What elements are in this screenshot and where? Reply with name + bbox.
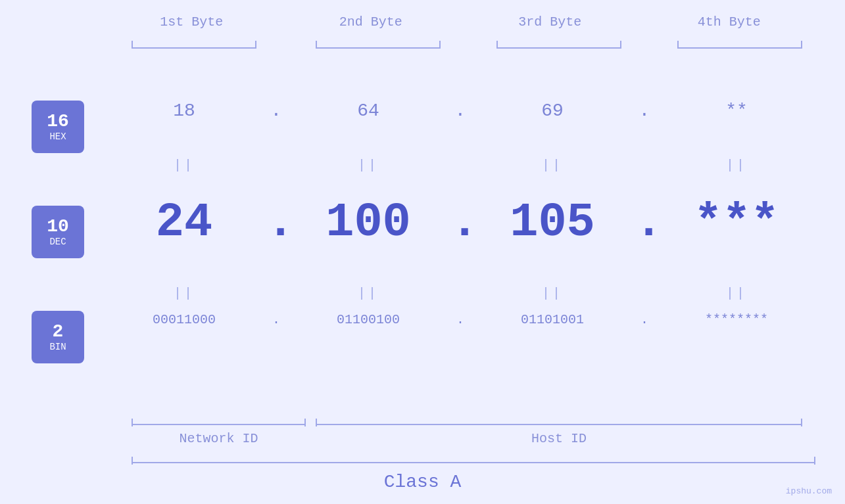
byte-headers: 1st Byte 2nd Byte 3rd Byte 4th Byte	[102, 14, 819, 30]
byte1-header: 1st Byte	[102, 14, 281, 30]
bin-byte1: 00011000	[102, 312, 266, 327]
hex-badge: 16 HEX	[32, 101, 84, 153]
bin-byte2: 01100100	[286, 312, 450, 327]
dec-badge-number: 10	[47, 217, 69, 237]
equals-row-1: || || || ||	[102, 158, 819, 173]
byte3-header: 3rd Byte	[460, 14, 640, 30]
host-id-bracket	[316, 424, 802, 425]
hex-dot2: .	[450, 101, 470, 121]
tick-2a	[316, 41, 317, 49]
dec-row: 24 . 100 . 105 . ***	[102, 196, 819, 250]
host-id-label: Host ID	[316, 431, 802, 446]
eq1-b1: ||	[102, 158, 266, 173]
tick-4a	[677, 41, 679, 49]
dec-dot1: .	[266, 196, 286, 250]
class-bracket	[132, 462, 815, 463]
host-tick-right	[801, 419, 802, 426]
eq1-b4: ||	[654, 158, 819, 173]
byte4-header: 4th Byte	[640, 14, 819, 30]
dec-dot2: .	[450, 196, 470, 250]
byte2-header: 2nd Byte	[281, 14, 461, 30]
network-tick-left	[132, 419, 133, 426]
network-id-bracket	[132, 424, 306, 425]
network-id-label: Network ID	[132, 431, 306, 446]
tick-1a	[132, 41, 133, 49]
eq2-b4: ||	[654, 286, 819, 301]
dec-byte4: ***	[654, 196, 819, 250]
bin-badge: 2 BIN	[32, 311, 84, 363]
hex-byte1: 18	[102, 101, 266, 121]
tick-4b	[801, 41, 802, 49]
hex-dot1: .	[266, 101, 286, 121]
bin-dot2: .	[450, 312, 470, 327]
hex-badge-label: HEX	[49, 131, 66, 142]
tick-1b	[255, 41, 256, 49]
bracket-2	[316, 47, 441, 49]
dec-byte2: 100	[286, 196, 450, 250]
dec-badge: 10 DEC	[32, 206, 84, 258]
eq2-b2: ||	[286, 286, 450, 301]
bin-byte4: ********	[654, 312, 819, 327]
dec-badge-label: DEC	[49, 237, 66, 247]
bin-dot3: .	[635, 312, 654, 327]
dec-dot3: .	[635, 196, 654, 250]
hex-byte2: 64	[286, 101, 450, 121]
eq2-b3: ||	[470, 286, 635, 301]
bin-row: 00011000 . 01100100 . 01101001 . *******…	[102, 312, 819, 327]
dec-byte1: 24	[102, 196, 266, 250]
tick-3a	[496, 41, 498, 49]
bin-badge-label: BIN	[49, 342, 66, 352]
bin-badge-number: 2	[53, 322, 64, 342]
equals-row-2: || || || ||	[102, 286, 819, 301]
hex-byte4: **	[654, 101, 819, 121]
network-tick-right	[304, 419, 306, 426]
dec-byte3: 105	[470, 196, 635, 250]
class-tick-right	[814, 457, 815, 465]
hex-dot3: .	[635, 101, 654, 121]
hex-row: 18 . 64 . 69 . **	[102, 101, 819, 121]
tick-2b	[439, 41, 441, 49]
eq1-b3: ||	[470, 158, 635, 173]
watermark: ipshu.com	[786, 486, 832, 496]
hex-byte3: 69	[470, 101, 635, 121]
hex-badge-number: 16	[47, 112, 69, 132]
tick-3b	[620, 41, 621, 49]
host-tick-left	[316, 419, 317, 426]
eq2-b1: ||	[102, 286, 266, 301]
class-label: Class A	[0, 472, 845, 492]
bracket-3	[496, 47, 621, 49]
eq1-b2: ||	[286, 158, 450, 173]
class-tick-left	[132, 457, 133, 465]
bin-byte3: 01101001	[470, 312, 635, 327]
bracket-4	[677, 47, 802, 49]
bracket-1	[132, 47, 256, 49]
bin-dot1: .	[266, 312, 286, 327]
